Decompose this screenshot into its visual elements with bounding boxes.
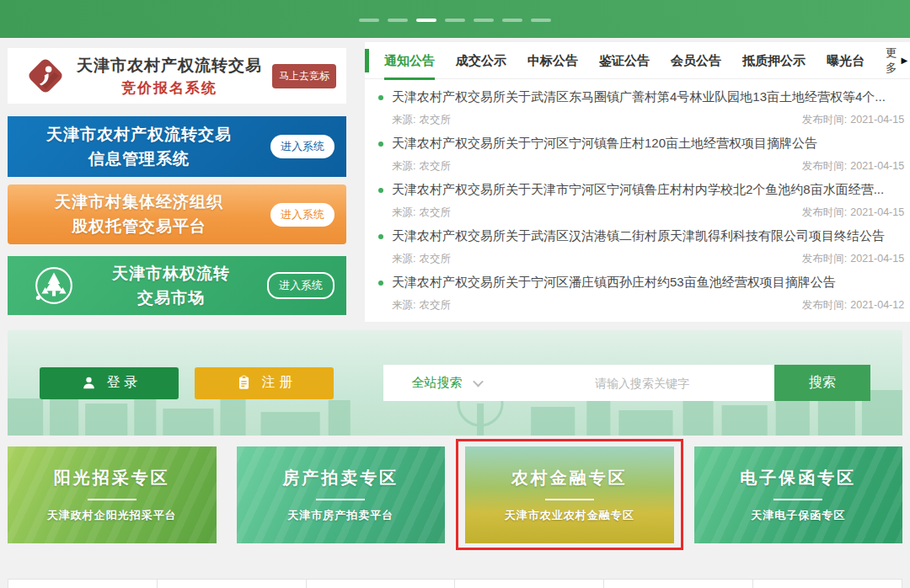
list-item: 天津农村产权交易所关于宁河区宁河镇鲁庄村120亩土地经营权项目摘牌公告 来源:农… [378,131,907,177]
carousel-dash[interactable] [445,19,465,22]
time-value: 2021-04-15 [850,253,904,265]
forest-banner-text: 天津市林权流转 交易市场 [75,263,267,309]
source-value: 农交所 [419,114,451,126]
info-banner-text: 天津市农村产权流转交易 信息管理系统 [8,124,270,170]
banner-line: 股权托管交易平台 [8,216,270,238]
carousel-dash-active[interactable] [416,19,436,22]
bullet-icon [378,188,383,193]
announcement-link[interactable]: 天津农村产权交易所关于宁河区潘庄镇西孙庄村约53亩鱼池经营权项目摘牌公告 [378,270,907,295]
zone-subtitle: 天津市房产拍卖平台 [287,508,393,523]
announcement-link[interactable]: 天津农村产权交易所关于天津市宁河区宁河镇鲁庄村村内学校北2个鱼池约8亩水面经营.… [378,178,907,202]
user-icon [81,375,97,391]
search-scope-dropdown[interactable]: 全站搜索 [383,365,510,401]
bottom-cell [8,579,158,588]
announcement-title: 天津农村产权交易所关于宁河区潘庄镇西孙庄村约53亩鱼池经营权项目摘牌公告 [392,275,836,291]
bullet-icon [378,234,383,239]
login-button[interactable]: 登 录 [40,367,179,399]
source-label: 来源: [392,114,415,126]
banner-line: 天津市农村产权流转交易 [8,124,270,146]
list-item: 天津农村产权交易所关于武清区汉沽港镇二街村原天津凯得利科技有限公司项目终结公告 … [378,224,907,270]
equity-platform-banner[interactable]: 天津市村集体经济组织 股权托管交易平台 进入系统 [8,184,346,244]
left-column: 天津市农村产权流转交易 竞价报名系统 马上去竞标 天津市农村产权流转交易 信息管… [8,42,346,322]
source-label: 来源: [392,160,415,172]
banner-line: 信息管理系统 [8,148,270,170]
source-label: 来源: [392,206,415,218]
logo-subtitle: 竞价报名系统 [67,78,272,98]
chevron-down-icon [473,377,484,388]
time-value: 2021-04-15 [850,160,904,172]
bullet-icon [378,95,383,100]
carousel-dash[interactable] [474,19,494,22]
list-item: 天津农村产权交易所关于宁河区潘庄镇西孙庄村约53亩鱼池经营权项目摘牌公告 来源:… [378,270,907,316]
search-input[interactable] [510,365,774,401]
announcement-meta: 来源:农交所 发布时间:2021-04-15 [378,156,907,177]
site-logo-icon [24,55,67,97]
tab-exposure[interactable]: 曝光台 [827,42,864,79]
time-label: 发布时间: [802,206,847,218]
zone-rural-finance-highlighted[interactable]: 农村金融专区 天津市农业农村金融专区 [465,446,674,543]
divider [774,499,822,500]
banner-line: 天津市村集体经济组织 [8,191,270,213]
time-label: 发布时间: [802,253,847,265]
special-zones-row: 阳光招采专区 天津政村企阳光招采平台 房产拍卖专区 天津市房产拍卖平台 农村金融… [8,446,902,543]
tab-deal-publicity[interactable]: 成交公示 [456,42,506,79]
zone-electronic-guarantee[interactable]: 电子保函专区 天津电子保函专区 [694,446,903,543]
equity-banner-text: 天津市村集体经济组织 股权托管交易平台 [8,191,270,238]
divider [545,499,594,500]
bottom-cell [752,579,902,588]
time-label: 发布时间: [802,114,847,126]
source-value: 农交所 [419,160,451,172]
search-button[interactable]: 搜索 [774,365,870,401]
go-bid-button[interactable]: 马上去竞标 [272,64,336,88]
enter-system-button[interactable]: 进入系统 [270,135,335,158]
announcement-link[interactable]: 天津农村产权交易所关于武清区东马圈镇广善村第4号林业队园地13亩土地经营权等4个… [378,85,907,110]
announcement-title: 天津农村产权交易所关于武清区东马圈镇广善村第4号林业队园地13亩土地经营权等4个… [392,89,886,105]
divider [316,499,365,500]
source-label: 来源: [392,253,415,265]
enter-system-button[interactable]: 进入系统 [267,272,335,299]
time-value: 2021-04-12 [850,299,904,311]
more-label: 更多 [886,45,897,76]
zone-subtitle: 天津市农业农村金融专区 [505,508,634,523]
carousel-dash[interactable] [502,19,522,22]
carousel-dash[interactable] [359,19,379,22]
source-value: 农交所 [419,206,451,218]
tab-pledge[interactable]: 抵质押公示 [742,42,806,79]
bullet-icon [378,281,383,286]
tab-notice[interactable]: 通知公告 [384,42,435,79]
bullet-icon [378,142,383,147]
announcement-title: 天津农村产权交易所关于武清区汉沽港镇二街村原天津凯得利科技有限公司项目终结公告 [392,228,885,244]
announcement-meta: 来源:农交所 发布时间:2021-04-12 [378,295,907,316]
announcement-link[interactable]: 天津农村产权交易所关于武清区汉沽港镇二街村原天津凯得利科技有限公司项目终结公告 [378,224,907,249]
register-button[interactable]: 注 册 [195,367,334,399]
zone-title: 房产拍卖专区 [282,467,399,489]
carousel-indicators [359,19,551,22]
zone-property-auction[interactable]: 房产拍卖专区 天津市房产拍卖平台 [237,446,446,543]
forest-rights-banner[interactable]: 天津市林权流转 交易市场 进入系统 [8,256,346,315]
more-link[interactable]: 更多 ▶ [886,45,907,76]
top-carousel-banner [0,0,910,38]
info-management-banner[interactable]: 天津市农村产权流转交易 信息管理系统 进入系统 [8,116,346,177]
logo-title: 天津市农村产权流转交易 [67,55,272,77]
list-item: 天津农村产权交易所关于天津市宁河区宁河镇鲁庄村村内学校北2个鱼池约8亩水面经营.… [378,178,907,223]
announcement-meta: 来源:农交所 发布时间:2021-04-15 [378,110,907,131]
enter-system-button[interactable]: 进入系统 [270,203,335,227]
time-label: 发布时间: [802,160,847,172]
carousel-dash[interactable] [531,19,551,22]
tab-winning-bid[interactable]: 中标公告 [527,42,578,79]
announcement-title: 天津农村产权交易所关于宁河区宁河镇鲁庄村120亩土地经营权项目摘牌公告 [392,136,817,152]
bidding-system-card[interactable]: 天津市农村产权流转交易 竞价报名系统 马上去竞标 [8,48,346,104]
announcement-link[interactable]: 天津农村产权交易所关于宁河区宁河镇鲁庄村120亩土地经营权项目摘牌公告 [378,131,907,156]
time-label: 发布时间: [802,299,847,311]
tree-icon [33,265,75,307]
tab-certification[interactable]: 鉴证公告 [599,42,650,79]
tab-accent-bar [365,49,369,72]
bottom-cell [306,579,456,588]
zone-sunshine-procurement[interactable]: 阳光招采专区 天津政村企阳光招采平台 [8,446,217,543]
zone-subtitle: 天津政村企阳光招采平台 [47,508,177,523]
list-item: 天津农村产权交易所关于武清区东马圈镇广善村第4号林业队园地13亩土地经营权等4个… [378,85,907,131]
time-value: 2021-04-15 [850,114,904,126]
tab-member[interactable]: 会员公告 [671,42,721,79]
announcement-meta: 来源:农交所 发布时间:2021-04-15 [378,249,907,270]
carousel-dash[interactable] [388,19,408,22]
